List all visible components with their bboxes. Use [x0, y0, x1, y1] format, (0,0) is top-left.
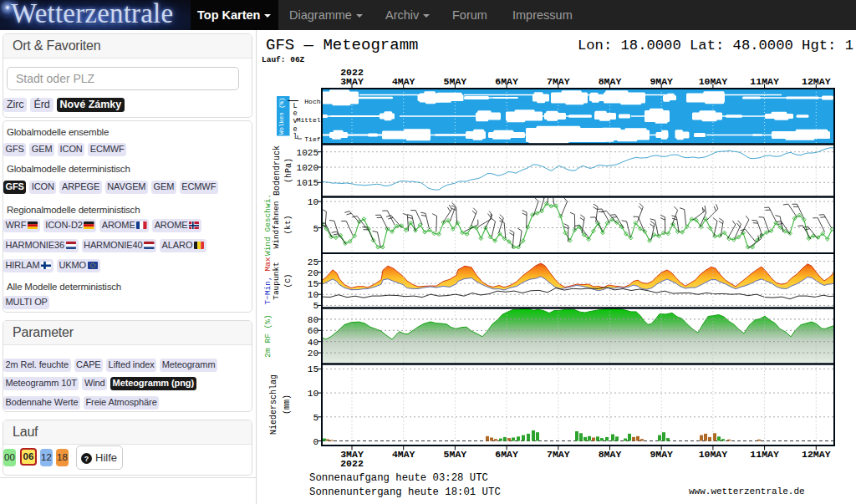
svg-text:40: 40: [308, 338, 318, 348]
svg-text:11MAY: 11MAY: [750, 449, 779, 460]
svg-text:(C): (C): [283, 273, 293, 288]
svg-text:Wolken (%): Wolken (%): [279, 98, 286, 135]
svg-text:8MAY: 8MAY: [599, 449, 622, 460]
svg-text:0: 0: [313, 437, 318, 447]
svg-text:10MAY: 10MAY: [699, 449, 728, 460]
svg-text:7MAY: 7MAY: [547, 449, 570, 460]
svg-text:5: 5: [313, 224, 318, 234]
svg-text:10: 10: [308, 197, 318, 207]
svg-text:1020: 1020: [297, 163, 318, 173]
svg-text:Lon: 18.0000 Lat: 48.0000 Hgt:: Lon: 18.0000 Lat: 48.0000 Hgt: 1: [578, 38, 853, 53]
svg-text:1025: 1025: [297, 148, 318, 158]
svg-text:GFS — Meteogramm: GFS — Meteogramm: [266, 36, 418, 54]
svg-text:80: 80: [308, 315, 318, 325]
svg-text:Mittel: Mittel: [297, 116, 321, 124]
svg-text:15: 15: [308, 279, 318, 289]
svg-text:Lauf: 06Z: Lauf: 06Z: [262, 55, 305, 64]
svg-text:(kt): (kt): [283, 216, 293, 235]
svg-text:Niederschlag: Niederschlag: [269, 374, 278, 435]
svg-text:6MAY: 6MAY: [495, 449, 518, 460]
svg-text:2022: 2022: [340, 67, 364, 78]
svg-text:Taupunkt: Taupunkt: [272, 262, 281, 300]
svg-text:20: 20: [308, 268, 318, 278]
svg-text:20: 20: [308, 349, 318, 359]
svg-text:10: 10: [308, 389, 318, 399]
svg-text:5: 5: [313, 413, 318, 423]
svg-text:Hoch: Hoch: [304, 98, 320, 105]
svg-text:15: 15: [308, 364, 318, 374]
svg-text:1015: 1015: [297, 178, 318, 188]
svg-text:25: 25: [308, 257, 318, 267]
svg-text:Bodendruck: Bodendruck: [273, 145, 282, 196]
svg-text:12MAY: 12MAY: [802, 449, 831, 460]
svg-text:Sonnenaufgang heute 03:28 UTC: Sonnenaufgang heute 03:28 UTC: [309, 472, 488, 484]
svg-text:2m RF (%): 2m RF (%): [263, 314, 273, 357]
svg-text:5: 5: [313, 301, 318, 311]
svg-text:Sonnenuntergang heute 18:01 UT: Sonnenuntergang heute 18:01 UTC: [309, 486, 501, 498]
svg-text:?: ?: [84, 454, 89, 462]
svg-text:2022: 2022: [340, 458, 364, 469]
svg-text:Windfahnen: Windfahnen: [272, 201, 281, 248]
svg-text:5MAY: 5MAY: [444, 449, 467, 460]
svg-text:60: 60: [308, 326, 318, 336]
svg-text:Tief: Tief: [304, 135, 320, 143]
svg-text:l: l: [293, 133, 297, 141]
svg-text:www.wetterzentrale.de: www.wetterzentrale.de: [689, 486, 805, 496]
svg-text:9MAY: 9MAY: [650, 449, 673, 460]
svg-text:(hPa): (hPa): [284, 158, 293, 183]
svg-text:4MAY: 4MAY: [392, 449, 415, 460]
svg-text:(mm): (mm): [283, 395, 292, 415]
svg-text:10: 10: [308, 290, 318, 300]
